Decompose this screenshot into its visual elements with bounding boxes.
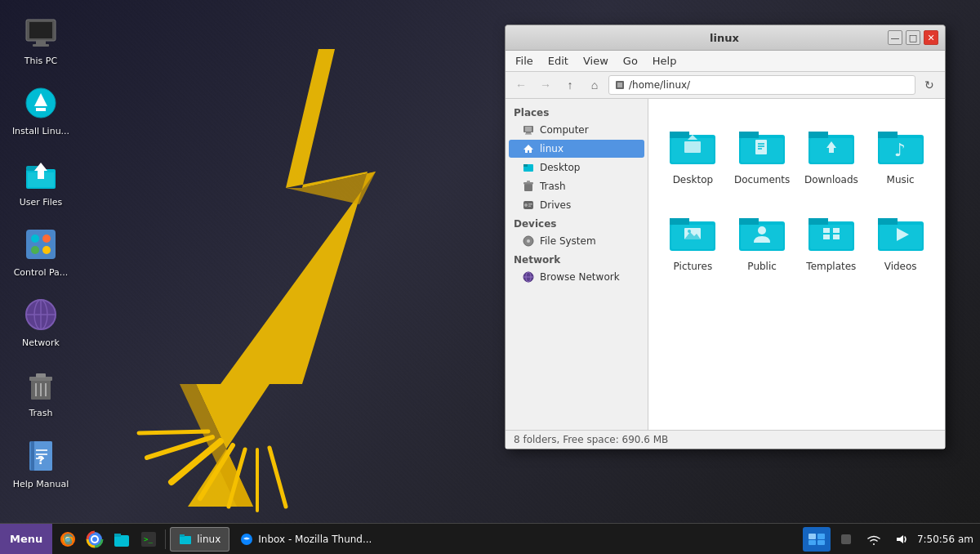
svg-marker-1	[286, 172, 376, 204]
svg-marker-0	[188, 49, 376, 507]
address-bar[interactable]: /home/linux/	[608, 75, 915, 95]
forward-button[interactable]: →	[535, 74, 556, 96]
minimize-button[interactable]: —	[888, 30, 902, 45]
taskbar-icon-terminal[interactable]: >_	[136, 527, 161, 552]
file-manager-content: Places Computer	[506, 99, 945, 430]
this-pc-icon	[21, 13, 60, 52]
refresh-button[interactable]: ↻	[919, 74, 940, 96]
svg-rect-100	[833, 228, 840, 233]
svg-rect-126	[817, 540, 825, 545]
file-manager-titlebar: linux — □ ✕	[506, 25, 945, 51]
folder-templates-label: Templates	[806, 261, 856, 272]
up-button[interactable]: ↑	[559, 74, 581, 96]
window-controls: — □ ✕	[888, 30, 938, 45]
maximize-button[interactable]: □	[906, 30, 920, 45]
help-manual-label: Help Manual	[13, 479, 69, 490]
svg-rect-101	[823, 235, 830, 239]
folder-videos[interactable]: Videos	[869, 199, 932, 279]
desktop-icon-control-panel[interactable]: Control Pa...	[8, 220, 74, 284]
menu-help[interactable]: Help	[646, 52, 684, 69]
taskbar-app-linux-label: linux	[197, 534, 220, 545]
desktop-icon-trash[interactable]: Trash	[8, 360, 74, 424]
desktop-icons-column: This PC Install Linu...	[8, 8, 74, 495]
taskbar-app-thunderbird[interactable]: Inbox - Mozilla Thund...	[232, 527, 380, 552]
menu-view[interactable]: View	[577, 52, 615, 69]
home-button[interactable]: ⌂	[584, 74, 605, 96]
svg-rect-83	[878, 132, 898, 138]
svg-text:>_: >_	[144, 535, 153, 543]
taskbar-icon-firefox[interactable]	[56, 527, 80, 552]
trash-sidebar-label: Trash	[540, 181, 566, 192]
desktop-icon-network[interactable]: Network	[8, 290, 74, 354]
taskbar-volume-tray-icon[interactable]	[889, 527, 914, 552]
folder-downloads-icon	[805, 118, 858, 171]
close-button[interactable]: ✕	[924, 30, 938, 45]
statusbar-text: 8 folders, Free space: 690.6 MB	[514, 434, 668, 445]
svg-marker-2	[180, 384, 253, 507]
folder-public[interactable]: Public	[731, 199, 794, 279]
folder-pictures[interactable]: Pictures	[662, 199, 724, 279]
svg-point-26	[42, 246, 51, 254]
svg-rect-41	[36, 449, 47, 451]
svg-rect-97	[808, 218, 828, 225]
desktop-icon-install-linux[interactable]: Install Linu...	[8, 78, 74, 142]
browse-network-sidebar-label: Browse Network	[540, 271, 620, 283]
svg-rect-13	[33, 44, 49, 47]
folder-downloads[interactable]: Downloads	[800, 112, 863, 192]
trash-desktop-label: Trash	[29, 408, 52, 419]
address-icon	[614, 79, 626, 91]
sidebar-item-drives[interactable]: Drives	[509, 196, 644, 214]
folder-videos-label: Videos	[884, 261, 917, 272]
svg-rect-124	[817, 534, 825, 539]
address-path: /home/linux/	[629, 79, 690, 91]
folder-documents-label: Documents	[734, 174, 790, 185]
desktop-sidebar-label: Desktop	[540, 162, 581, 173]
sidebar-item-linux[interactable]: linux	[509, 140, 644, 158]
desktop-icon-this-pc[interactable]: This PC	[8, 8, 74, 72]
taskbar-menu-button[interactable]: Menu	[0, 524, 52, 554]
this-pc-label: This PC	[24, 56, 57, 67]
menu-go[interactable]: Go	[617, 52, 644, 69]
taskbar-icon-files[interactable]	[109, 527, 134, 552]
sidebar-item-desktop[interactable]: Desktop	[509, 159, 644, 176]
desktop-icon-help-manual[interactable]: ? Help Manual	[8, 431, 74, 495]
folder-music[interactable]: ♪ Music	[869, 112, 932, 192]
svg-rect-56	[527, 181, 530, 183]
taskbar-icon-chrome[interactable]	[82, 527, 107, 552]
menu-file[interactable]: File	[509, 52, 540, 69]
svg-rect-40	[31, 441, 34, 471]
sidebar-item-filesystem[interactable]: File System	[509, 232, 644, 250]
sidebar-item-trash[interactable]: Trash	[509, 177, 644, 195]
trash-sidebar-icon	[522, 180, 535, 193]
sidebar-places-header: Places	[506, 104, 648, 120]
folder-desktop-label: Desktop	[673, 174, 714, 185]
back-button[interactable]: ←	[510, 74, 532, 96]
network-desktop-label: Network	[22, 337, 60, 349]
svg-rect-21	[38, 171, 44, 179]
desktop-icon-user-files[interactable]: User Files	[8, 150, 74, 213]
origami-decoration	[122, 41, 449, 515]
sidebar-item-computer[interactable]: Computer	[509, 121, 644, 139]
menu-edit[interactable]: Edit	[541, 52, 575, 69]
sidebar-item-browse-network[interactable]: Browse Network	[509, 268, 644, 286]
folder-templates[interactable]: Templates	[800, 199, 863, 279]
folder-desktop[interactable]: Desktop	[662, 112, 724, 192]
install-linux-icon	[21, 83, 60, 123]
svg-rect-120	[180, 536, 191, 544]
tray-unknown-icon	[840, 533, 853, 546]
svg-point-95	[758, 226, 766, 235]
taskbar-network-tray-icon[interactable]	[862, 527, 886, 552]
taskbar-app-linux[interactable]: linux	[170, 527, 229, 552]
svg-rect-67	[670, 132, 689, 138]
folder-documents[interactable]: Documents	[731, 112, 794, 192]
taskbar-tray-icon-1[interactable]	[834, 527, 858, 552]
folder-documents-icon	[736, 118, 788, 171]
svg-rect-53	[523, 164, 528, 167]
taskbar-workspace-button[interactable]	[803, 527, 831, 552]
svg-rect-50	[525, 134, 532, 135]
desktop: This PC Install Linu...	[0, 0, 980, 554]
svg-marker-128	[897, 535, 903, 543]
svg-rect-117	[114, 534, 121, 537]
svg-line-6	[147, 437, 212, 458]
user-files-label: User Files	[20, 197, 63, 208]
